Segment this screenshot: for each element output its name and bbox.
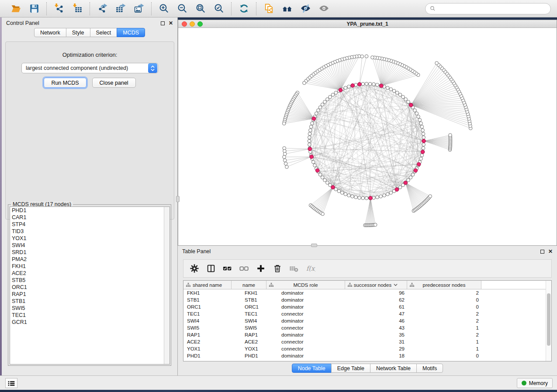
- edge[interactable]: [318, 187, 333, 211]
- mcds-result-item[interactable]: PMA2: [10, 256, 170, 263]
- edge[interactable]: [411, 96, 461, 105]
- open-session-button[interactable]: [8, 2, 24, 16]
- cell-shared-name[interactable]: FKH1: [183, 289, 232, 296]
- cell-predecessor-nodes[interactable]: 1: [407, 338, 481, 345]
- table-row[interactable]: YOX1YOX1connector291: [183, 345, 551, 352]
- edge[interactable]: [285, 149, 310, 154]
- cell-MCDS-role[interactable]: connector: [266, 345, 345, 352]
- network-node[interactable]: [420, 125, 424, 129]
- cell-predecessor-nodes[interactable]: 0: [407, 352, 481, 359]
- mcds-node[interactable]: [312, 117, 316, 121]
- show-panel-list-button[interactable]: [5, 378, 17, 388]
- export-network-button[interactable]: [94, 2, 110, 16]
- network-node[interactable]: [344, 193, 347, 196]
- memory-button[interactable]: Memory: [517, 378, 553, 388]
- edge[interactable]: [411, 105, 468, 114]
- cell-successor-nodes[interactable]: 96: [345, 289, 407, 296]
- edge[interactable]: [411, 74, 447, 105]
- edge[interactable]: [405, 183, 417, 208]
- edge[interactable]: [313, 120, 400, 187]
- mcds-result-item[interactable]: SRD1: [10, 249, 170, 256]
- network-node[interactable]: [358, 196, 361, 199]
- network-node[interactable]: [435, 62, 439, 65]
- edge[interactable]: [284, 148, 310, 149]
- network-node[interactable]: [323, 179, 327, 182]
- network-node[interactable]: [365, 196, 368, 200]
- network-node[interactable]: [418, 118, 422, 122]
- tab-network-table[interactable]: Network Table: [370, 364, 417, 373]
- network-node[interactable]: [321, 176, 324, 179]
- mcds-result-item[interactable]: STB5: [10, 277, 170, 284]
- network-node[interactable]: [283, 159, 287, 162]
- mcds-result-item[interactable]: PHD1: [10, 207, 170, 214]
- cell-successor-nodes[interactable]: 47: [345, 310, 407, 317]
- network-node[interactable]: [395, 91, 399, 95]
- cell-successor-nodes[interactable]: 35: [345, 331, 407, 338]
- search-input[interactable]: [438, 6, 546, 12]
- network-node[interactable]: [284, 152, 287, 156]
- table-row[interactable]: RAP1RAP1dominator352: [183, 331, 551, 338]
- mcds-node[interactable]: [331, 186, 335, 189]
- network-node[interactable]: [389, 88, 393, 91]
- network-node[interactable]: [303, 81, 306, 85]
- network-node[interactable]: [326, 181, 329, 185]
- network-node[interactable]: [374, 223, 377, 227]
- mcds-result-item[interactable]: TEC1: [10, 312, 170, 319]
- first-neighbors-button[interactable]: [279, 2, 295, 16]
- cell-successor-nodes[interactable]: 43: [345, 324, 407, 331]
- export-table-button[interactable]: [113, 2, 128, 16]
- network-node[interactable]: [351, 195, 354, 198]
- network-node[interactable]: [419, 122, 423, 125]
- network-node[interactable]: [411, 173, 415, 176]
- network-node[interactable]: [415, 112, 419, 115]
- hide-selected-button[interactable]: [298, 2, 313, 16]
- network-node[interactable]: [318, 106, 322, 109]
- cell-predecessor-nodes[interactable]: 2: [407, 317, 481, 324]
- mcds-result-item[interactable]: CAR1: [10, 214, 170, 221]
- cell-name[interactable]: FKH1: [232, 289, 266, 296]
- cell-name[interactable]: YOX1: [232, 345, 266, 352]
- cell-shared-name[interactable]: ACE2: [183, 338, 232, 345]
- mcds-node[interactable]: [380, 84, 384, 88]
- mcds-result-list[interactable]: PHD1CAR1STP4TID3YOX1SWI4SRD1PMA2FKH1ACE2…: [10, 206, 170, 364]
- network-canvas[interactable]: [178, 28, 557, 245]
- cell-shared-name[interactable]: YOX1: [183, 345, 232, 352]
- cell-MCDS-role[interactable]: dominator: [266, 331, 345, 338]
- edge[interactable]: [381, 66, 404, 86]
- edge[interactable]: [411, 77, 450, 105]
- network-node[interactable]: [386, 193, 389, 196]
- table-scrollbar[interactable]: [546, 281, 551, 361]
- edge[interactable]: [313, 187, 333, 207]
- edge[interactable]: [312, 187, 333, 206]
- network-node[interactable]: [398, 186, 402, 189]
- edge[interactable]: [411, 79, 451, 105]
- duplicate-network-button[interactable]: [261, 2, 277, 16]
- edge[interactable]: [424, 141, 450, 150]
- edge[interactable]: [306, 81, 340, 90]
- network-node[interactable]: [398, 93, 402, 96]
- column-header-successor-nodes[interactable]: successor nodes: [345, 281, 407, 289]
- window-minimize-icon[interactable]: [190, 21, 195, 27]
- cell-predecessor-nodes[interactable]: 0: [407, 296, 481, 303]
- table-row[interactable]: SWI5SWI5connector431: [183, 324, 551, 331]
- mcds-list-scrollbar[interactable]: [164, 207, 170, 364]
- network-node[interactable]: [409, 176, 412, 179]
- edge[interactable]: [411, 105, 465, 105]
- cell-predecessor-nodes[interactable]: 2: [407, 331, 481, 338]
- mcds-node[interactable]: [421, 150, 425, 154]
- zoom-fit-button[interactable]: [193, 2, 208, 16]
- save-session-button[interactable]: [26, 2, 42, 16]
- cell-MCDS-role[interactable]: dominator: [266, 296, 345, 303]
- network-node[interactable]: [315, 112, 318, 115]
- table-row[interactable]: ACE2ACE2connector311: [183, 338, 551, 345]
- tab-select[interactable]: Select: [90, 28, 118, 37]
- mcds-result-item[interactable]: ORC1: [10, 284, 170, 291]
- network-node[interactable]: [449, 134, 452, 137]
- horizontal-splitter-handle[interactable]: [311, 244, 317, 247]
- network-node[interactable]: [331, 93, 335, 96]
- network-node[interactable]: [404, 98, 408, 101]
- network-node[interactable]: [308, 136, 311, 139]
- import-network-button[interactable]: [51, 2, 67, 16]
- network-node[interactable]: [284, 162, 287, 165]
- network-node[interactable]: [354, 196, 358, 199]
